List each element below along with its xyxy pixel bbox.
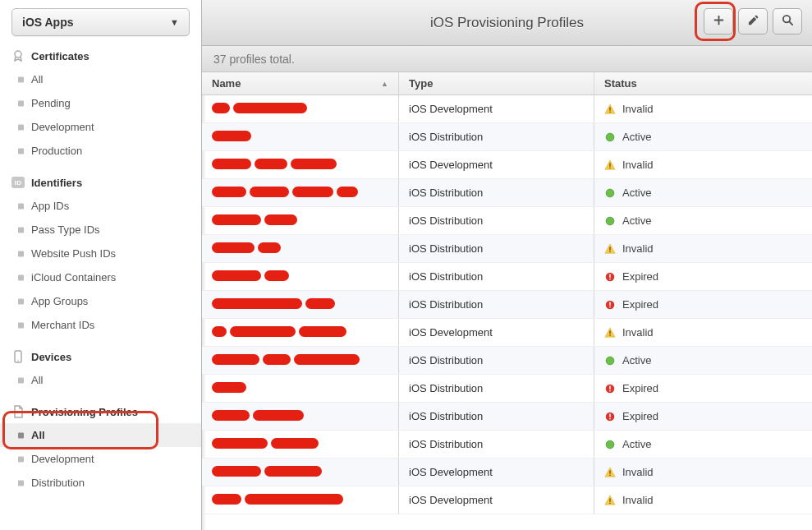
status-label: Invalid (622, 326, 654, 339)
table-row[interactable]: iOS DistributionExpired (202, 375, 812, 403)
sidebar-item-icloud-containers[interactable]: iCloud Containers (0, 265, 201, 289)
table-row[interactable]: iOS DistributionInvalid (202, 235, 812, 263)
chevron-down-icon: ▼ (170, 17, 179, 27)
warning-icon (604, 159, 616, 171)
sidebar-item-development[interactable]: Development (0, 115, 201, 139)
cell-type: iOS Development (399, 486, 594, 514)
active-dot-icon (604, 131, 616, 143)
table-row[interactable]: iOS DevelopmentInvalid (202, 95, 812, 123)
table-row[interactable]: iOS DistributionActive (202, 207, 812, 235)
cell-name (202, 207, 399, 234)
svg-rect-30 (609, 413, 610, 417)
table-row[interactable]: iOS DevelopmentInvalid (202, 459, 812, 486)
cell-type: iOS Distribution (399, 431, 594, 458)
toolbar: iOS Provisioning Profiles (202, 0, 812, 46)
sidebar-item-pending[interactable]: Pending (0, 91, 201, 115)
add-button[interactable] (704, 8, 733, 35)
redacted-name (212, 438, 319, 451)
cell-type: iOS Distribution (399, 347, 594, 374)
cell-name (202, 235, 399, 262)
search-button[interactable] (773, 8, 802, 35)
cell-status: Invalid (594, 242, 812, 255)
cell-type: iOS Distribution (399, 403, 594, 430)
svg-rect-21 (609, 306, 610, 306)
sidebar-item-production[interactable]: Production (0, 139, 201, 163)
svg-rect-20 (609, 302, 610, 305)
status-label: Invalid (622, 466, 654, 478)
sort-asc-icon: ▲ (381, 80, 388, 88)
section-title: Devices (31, 351, 71, 363)
table-row[interactable]: iOS DistributionActive (202, 347, 812, 375)
section-title: Provisioning Profiles (31, 406, 138, 418)
svg-rect-23 (609, 334, 610, 335)
svg-rect-5 (609, 111, 610, 112)
cell-type: iOS Development (399, 319, 594, 346)
redacted-name (212, 326, 346, 339)
svg-rect-18 (609, 278, 610, 279)
column-header-type[interactable]: Type (399, 72, 594, 94)
table-row[interactable]: iOS DistributionExpired (202, 291, 812, 319)
cell-name (202, 263, 399, 290)
table-row[interactable]: iOS DistributionActive (202, 123, 812, 151)
sidebar-item-distribution[interactable]: Distribution (0, 471, 201, 495)
cell-name (202, 123, 399, 150)
sidebar-section-devices[interactable]: Devices (0, 345, 201, 368)
active-dot-icon (604, 439, 616, 450)
svg-rect-27 (609, 385, 610, 389)
cell-name (202, 95, 399, 122)
cell-type: iOS Distribution (399, 375, 594, 402)
status-label: Expired (622, 410, 658, 422)
table-row[interactable]: iOS DevelopmentInvalid (202, 151, 812, 179)
section-title: Identifiers (31, 177, 82, 189)
sidebar-item-app-groups[interactable]: App Groups (0, 289, 201, 313)
sidebar-item-all[interactable]: All (0, 368, 201, 392)
cell-status: Expired (594, 382, 812, 394)
redacted-name (212, 466, 322, 479)
cell-type: iOS Development (399, 151, 594, 178)
cell-status: Invalid (594, 466, 812, 478)
sidebar-item-pass-type-ids[interactable]: Pass Type IDs (0, 218, 201, 242)
status-label: Invalid (622, 242, 654, 255)
redacted-name (212, 242, 281, 256)
cell-status: Expired (594, 298, 812, 311)
table-row[interactable]: iOS DistributionActive (202, 431, 812, 459)
expired-icon (604, 411, 616, 422)
sidebar-item-merchant-ids[interactable]: Merchant IDs (0, 313, 201, 337)
edit-button[interactable] (738, 8, 768, 35)
profile-icon (11, 405, 25, 418)
redacted-name (212, 494, 343, 507)
sidebar-item-app-ids[interactable]: App IDs (0, 194, 201, 218)
column-header-name[interactable]: Name ▲ (202, 72, 399, 94)
column-header-status[interactable]: Status (594, 77, 812, 90)
cell-name (202, 291, 399, 318)
count-text: 37 profiles total. (213, 53, 295, 66)
section-title: Certificates (31, 50, 89, 62)
sidebar-item-all[interactable]: All (0, 67, 201, 91)
sidebar-item-all[interactable]: All (0, 423, 201, 447)
sidebar-section-identifiers[interactable]: IDIdentifiers (0, 171, 201, 194)
table-row[interactable]: iOS DistributionActive (202, 179, 812, 207)
table-row[interactable]: iOS DevelopmentInvalid (202, 319, 812, 347)
status-label: Expired (622, 270, 658, 283)
table-row[interactable]: iOS DistributionExpired (202, 403, 812, 431)
warning-icon (604, 467, 616, 478)
sidebar-section-certificates[interactable]: Certificates (0, 44, 201, 67)
redacted-name (212, 410, 304, 423)
cell-status: Expired (594, 270, 812, 283)
redacted-name (212, 103, 307, 116)
sidebar-section-provisioning-profiles[interactable]: Provisioning Profiles (0, 400, 201, 423)
svg-rect-28 (609, 389, 610, 390)
warning-icon (604, 495, 616, 506)
app-category-dropdown[interactable]: iOS Apps ▼ (11, 8, 190, 36)
active-dot-icon (604, 355, 616, 366)
table-row[interactable]: iOS DistributionExpired (202, 263, 812, 291)
sidebar-item-website-push-ids[interactable]: Website Push IDs (0, 242, 201, 265)
cell-status: Active (594, 187, 812, 199)
search-icon (782, 14, 794, 29)
sidebar-item-development[interactable]: Development (0, 447, 201, 471)
cell-type: iOS Distribution (399, 291, 594, 318)
status-label: Invalid (622, 494, 654, 506)
table-row[interactable]: iOS DevelopmentInvalid (202, 486, 812, 514)
warning-icon (604, 243, 616, 255)
expired-icon (604, 383, 616, 394)
